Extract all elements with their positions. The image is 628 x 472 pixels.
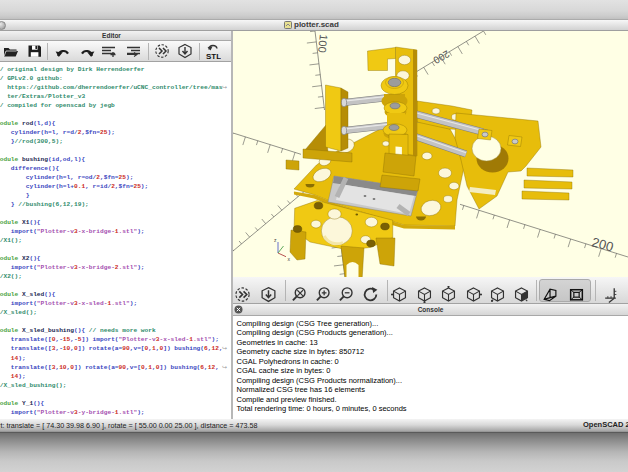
svg-text:z: z: [274, 237, 277, 243]
svg-text:STL: STL: [206, 52, 221, 61]
svg-text:200: 200: [590, 234, 615, 254]
svg-text:x: x: [288, 256, 291, 262]
svg-text:200: 200: [431, 48, 451, 66]
svg-text:100: 100: [316, 34, 330, 54]
